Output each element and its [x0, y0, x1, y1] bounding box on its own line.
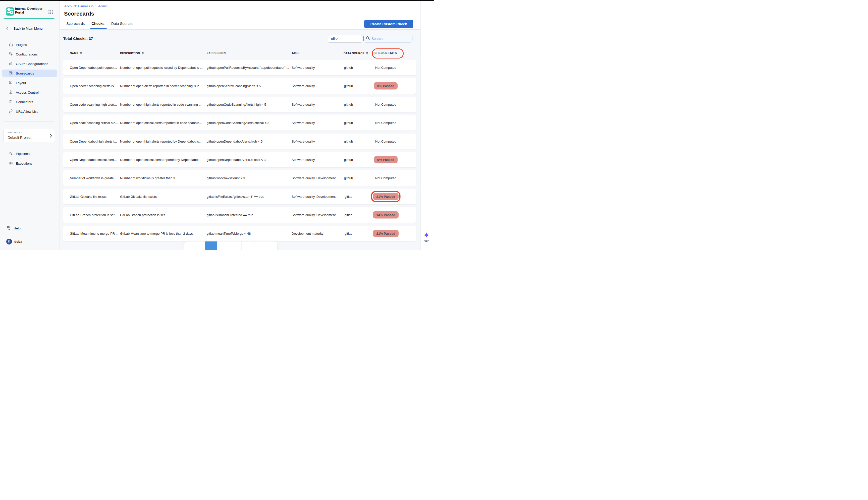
row-checks-stats: Not Computed	[367, 176, 405, 180]
row-expression: gitlab.isBranchProtected == true	[207, 213, 290, 217]
row-kebab-menu[interactable]: ⋮	[408, 139, 414, 143]
column-header-tags[interactable]: TAGS	[292, 52, 299, 55]
table-row[interactable]: Open code scanning critical ale...Number…	[63, 115, 416, 130]
sidebar-item-configurations[interactable]: Configurations	[2, 50, 57, 58]
row-kebab-menu[interactable]: ⋮	[408, 176, 414, 180]
sidebar-item-plugins[interactable]: Plugins	[2, 41, 57, 48]
row-kebab-menu[interactable]: ⋮	[408, 158, 414, 162]
row-description: GitLab Branch protection is set	[120, 213, 204, 217]
row-data-source: github	[338, 84, 359, 88]
sliders-icon	[6, 7, 14, 16]
search-input[interactable]	[371, 37, 404, 41]
tab-data-sources[interactable]: Data Sources	[111, 21, 133, 26]
sidebar-item-access-control[interactable]: Access Control	[2, 89, 57, 96]
breadcrumb-account-link[interactable]: Account: Harness.io	[64, 4, 93, 8]
sidebar-item-pipelines[interactable]: Pipelines	[2, 150, 57, 157]
row-tags: Software quality	[292, 66, 342, 69]
table-row[interactable]: Open Dependabot critical alert...Number …	[63, 152, 416, 168]
search-field	[364, 35, 412, 43]
sidebar-item-connectors[interactable]: Connectors	[2, 98, 57, 106]
column-header-name[interactable]: NAME	[70, 52, 82, 55]
row-description: GitLab Gitleaks file exists	[120, 194, 204, 198]
row-data-source: gitlab	[338, 194, 359, 198]
app-title: Internal Developer Portal	[15, 7, 43, 14]
sidebar-item-label: Layout	[16, 81, 26, 85]
column-header-expression[interactable]: EXPRESSION	[207, 52, 226, 55]
column-label: DESCRIPTION	[120, 52, 140, 55]
table-row[interactable]: Open Dependabot high alerts i...Number o…	[63, 134, 416, 149]
row-description: Number of open pull requests raised by D…	[120, 66, 204, 69]
pagination-page[interactable]	[242, 241, 254, 250]
stats-badge: 21% Passed	[373, 230, 398, 237]
create-custom-check-button[interactable]: Create Custom Check	[364, 20, 413, 28]
row-kebab-menu[interactable]: ⋮	[408, 84, 414, 88]
pagination-bar	[184, 241, 277, 250]
filter-dropdown[interactable]: All	[328, 35, 362, 43]
project-selector[interactable]: PROJECT Default Project	[3, 129, 55, 142]
row-checks-stats: Not Computed	[367, 66, 405, 69]
row-description: Number of open critical alerts reported …	[120, 121, 204, 125]
pagination-prev-button[interactable]	[184, 241, 205, 250]
avatar: D	[6, 239, 12, 245]
row-checks-stats: Not Computed	[367, 102, 405, 106]
pagination-page-active[interactable]	[205, 241, 217, 250]
breadcrumb-admin-link[interactable]: Admin	[98, 4, 108, 8]
column-label: TAGS	[292, 52, 299, 55]
sidebar-item-executions[interactable]: Executions	[2, 160, 57, 167]
user-menu[interactable]: D deba	[6, 238, 22, 245]
row-kebab-menu[interactable]: ⋮	[408, 194, 414, 198]
sidebar-item-label: Scorecards	[16, 71, 34, 75]
sort-icon	[80, 52, 82, 55]
row-kebab-menu[interactable]: ⋮	[408, 102, 414, 106]
sidebar-item-layout[interactable]: Layout	[2, 79, 57, 87]
table-row[interactable]: Open code scanning high alert...Number o…	[63, 96, 416, 112]
table-row[interactable]: Number of workflows is greate...Number o…	[63, 170, 416, 186]
row-kebab-menu[interactable]: ⋮	[408, 66, 414, 69]
table-row[interactable]: GitLab Gitleaks file existsGitLab Gitlea…	[63, 189, 416, 204]
stats-badge: 0% Passed	[374, 82, 398, 90]
idp-logo[interactable]	[6, 7, 14, 15]
sidebar-item-label: Connectors	[16, 100, 33, 104]
sidebar-item-oauth-configurations[interactable]: OAuth Configurations	[2, 60, 57, 68]
chevron-right-icon	[50, 134, 52, 138]
pagination-page[interactable]	[217, 241, 229, 250]
row-data-source: gitlab	[338, 231, 359, 235]
row-kebab-menu[interactable]: ⋮	[408, 231, 414, 235]
sidebar-item-label: Executions	[16, 162, 32, 166]
column-label: CHECKS STATS	[375, 52, 397, 55]
module-grid-icon[interactable]	[48, 10, 53, 14]
row-kebab-menu[interactable]: ⋮	[408, 121, 414, 125]
row-tags: Software quality, Development...	[292, 194, 342, 198]
project-name: Default Project	[8, 136, 31, 139]
back-to-main-menu[interactable]: Back to Main Menu	[6, 25, 43, 32]
row-checks-stats: 0% Passed	[367, 82, 405, 90]
table-row[interactable]: GitLab Mean time to merge PR ...GitLab M…	[63, 226, 416, 241]
sidebar-item-scorecards[interactable]: Scorecards	[2, 69, 57, 77]
layout-icon	[9, 80, 13, 86]
aida-assistant-button[interactable]: AIDA	[421, 232, 432, 242]
row-expression: github.openSecretScanningAlerts < 5	[207, 84, 290, 88]
row-data-source: github	[338, 121, 359, 125]
table-row[interactable]: Open secret scanning alerts is ...Number…	[63, 78, 416, 94]
pagination-page[interactable]	[229, 241, 242, 250]
table-row[interactable]: Open Dependabot pull request...Number of…	[63, 60, 416, 75]
divider	[3, 222, 55, 222]
sidebar-item-url-allow-list[interactable]: URL Allow List	[2, 108, 57, 115]
back-label: Back to Main Menu	[13, 26, 43, 30]
row-tags: Software quality	[292, 139, 342, 143]
row-checks-stats: 21% Passed	[367, 230, 405, 237]
column-header-description[interactable]: DESCRIPTION	[120, 52, 144, 55]
row-checks-stats: Not Computed	[367, 121, 405, 125]
pagination-next-button[interactable]	[254, 241, 277, 250]
tab-scorecards[interactable]: Scorecards	[66, 21, 85, 26]
row-kebab-menu[interactable]: ⋮	[408, 213, 414, 217]
column-header-checks-stats[interactable]: CHECKS STATS	[375, 52, 397, 55]
tab-checks[interactable]: Checks	[91, 21, 104, 26]
browser-chrome-strip	[0, 0, 434, 1]
column-label: EXPRESSION	[207, 52, 226, 55]
help-button[interactable]: ? Help	[6, 224, 21, 232]
table-row[interactable]: GitLab Branch protection is setGitLab Br…	[63, 207, 416, 223]
row-description: Number of open high alerts reported in c…	[120, 102, 204, 106]
column-header-data-source[interactable]: DATA SOURCE	[344, 52, 368, 55]
row-data-source: github	[338, 102, 359, 106]
